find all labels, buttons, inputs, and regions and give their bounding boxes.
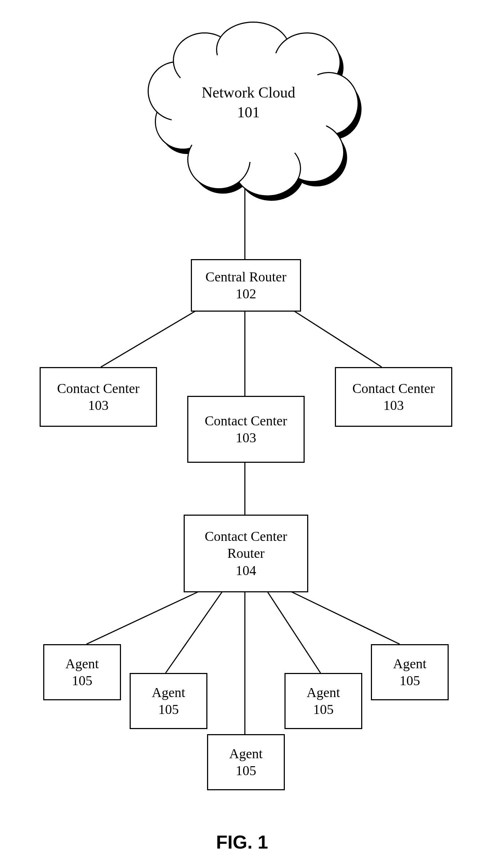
- svg-line-1: [101, 309, 198, 367]
- contact-center-mid-label: Contact Center: [205, 412, 287, 430]
- diagram-canvas: .cloud-shadow { transform: translate(14p…: [0, 0, 480, 868]
- network-cloud-label-group: Network Cloud 101: [144, 83, 353, 122]
- agent-3-node: Agent 105: [207, 734, 285, 790]
- agent-1-node: Agent 105: [43, 644, 121, 700]
- agent-1-num: 105: [72, 672, 93, 690]
- svg-line-3: [292, 309, 382, 367]
- agent-3-label: Agent: [229, 745, 263, 763]
- svg-line-8: [266, 590, 320, 673]
- network-cloud-num: 101: [144, 103, 353, 122]
- agent-2-node: Agent 105: [130, 673, 207, 729]
- network-cloud-label: Network Cloud: [144, 83, 353, 103]
- contact-center-right-num: 103: [383, 397, 404, 414]
- contact-center-mid-node: Contact Center 103: [187, 396, 305, 463]
- cc-router-node: Contact Center Router 104: [184, 515, 308, 592]
- svg-line-9: [288, 590, 400, 644]
- agent-4-node: Agent 105: [284, 673, 362, 729]
- agent-2-label: Agent: [152, 684, 185, 701]
- agent-5-node: Agent 105: [371, 644, 449, 700]
- agent-5-label: Agent: [393, 655, 427, 673]
- cc-router-num: 104: [236, 562, 256, 579]
- contact-center-left-node: Contact Center 103: [40, 367, 157, 427]
- agent-1-label: Agent: [66, 655, 99, 673]
- central-router-num: 102: [236, 285, 256, 303]
- network-cloud-node: .cloud-shadow { transform: translate(14p…: [144, 22, 353, 187]
- contact-center-left-label: Contact Center: [57, 380, 140, 397]
- svg-line-5: [86, 590, 202, 644]
- central-router-label: Central Router: [206, 268, 287, 286]
- central-router-node: Central Router 102: [191, 259, 301, 312]
- contact-center-mid-num: 103: [236, 429, 256, 447]
- svg-line-6: [166, 590, 223, 673]
- cc-router-label: Contact Center Router: [196, 528, 296, 562]
- contact-center-right-node: Contact Center 103: [335, 367, 452, 427]
- agent-3-num: 105: [236, 762, 256, 779]
- agent-4-num: 105: [313, 701, 334, 718]
- agent-2-num: 105: [158, 701, 179, 718]
- agent-5-num: 105: [400, 672, 420, 690]
- contact-center-right-label: Contact Center: [353, 380, 435, 397]
- figure-label: FIG. 1: [216, 831, 268, 853]
- agent-4-label: Agent: [307, 684, 340, 701]
- contact-center-left-num: 103: [88, 397, 109, 414]
